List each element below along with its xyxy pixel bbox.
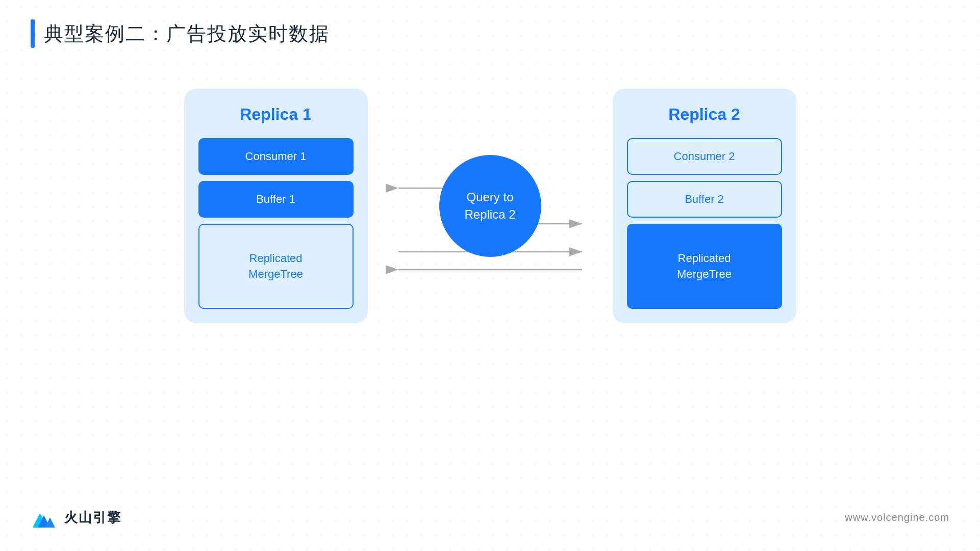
footer: 火山引擎 www.volcengine.com [31, 504, 949, 531]
replica2-consumer-label: Consumer 2 [674, 150, 735, 163]
logo-text: 火山引擎 [64, 509, 121, 527]
replica2-buffer-box: Buffer 2 [627, 181, 782, 218]
replica1-consumer-box: Consumer 1 [198, 138, 354, 175]
replica2-title: Replica 2 [668, 105, 740, 124]
replica1-mergetree-box: ReplicatedMergeTree [198, 224, 354, 309]
replica1-consumer-label: Consumer 1 [245, 150, 307, 163]
diagram-area: Replica 1 Consumer 1 Buffer 1 Replicated… [0, 89, 980, 323]
middle-section: Query toReplica 2 [368, 89, 613, 323]
replica1-box: Replica 1 Consumer 1 Buffer 1 Replicated… [184, 89, 368, 323]
page-title: 典型案例二：广告投放实时数据 [44, 21, 330, 47]
replica1-mergetree-label: ReplicatedMergeTree [248, 251, 303, 282]
replica2-consumer-box: Consumer 2 [627, 138, 782, 175]
logo-area: 火山引擎 [31, 504, 121, 531]
replica2-box: Replica 2 Consumer 2 Buffer 2 Replicated… [613, 89, 796, 323]
replica2-buffer-label: Buffer 2 [685, 193, 724, 206]
replica1-title: Replica 1 [240, 105, 312, 124]
header: 典型案例二：广告投放实时数据 [0, 0, 980, 48]
title-accent-bar [31, 19, 35, 48]
replica1-buffer-label: Buffer 1 [256, 193, 295, 206]
query-circle: Query toReplica 2 [439, 155, 541, 257]
replica1-buffer-box: Buffer 1 [198, 181, 354, 218]
page-content: 典型案例二：广告投放实时数据 Replica 1 Consumer 1 Buff… [0, 0, 980, 551]
website-text: www.volcengine.com [845, 512, 949, 523]
logo-icon [31, 504, 57, 531]
query-circle-label: Query toReplica 2 [464, 189, 515, 223]
replica2-mergetree-label: ReplicatedMergeTree [677, 251, 732, 282]
replica2-mergetree-box: ReplicatedMergeTree [627, 224, 782, 309]
